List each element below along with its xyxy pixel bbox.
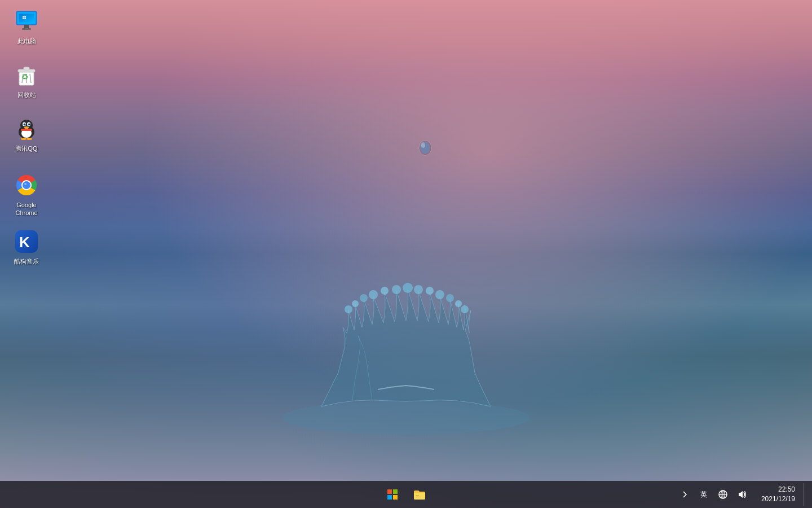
tray-icons: 英: [676, 485, 751, 503]
taskbar-center: [380, 482, 432, 507]
desktop-icon-recycle[interactable]: ♻ 回收站: [6, 59, 47, 101]
svg-point-11: [446, 294, 454, 302]
svg-point-43: [27, 138, 32, 140]
qq-icon-label: 腾讯QQ: [15, 144, 37, 152]
recycle-bin-icon: ♻: [13, 62, 40, 89]
svg-point-47: [24, 183, 27, 185]
taskbar: 英: [0, 481, 812, 508]
svg-rect-44: [21, 129, 32, 131]
system-clock[interactable]: 22:50 2021/12/19: [757, 483, 800, 506]
svg-point-5: [381, 287, 389, 295]
svg-point-40: [29, 124, 30, 125]
kugou-icon-label: 酷狗音乐: [14, 257, 39, 265]
computer-icon: [13, 8, 40, 35]
svg-point-2: [352, 300, 359, 307]
svg-point-0: [282, 401, 530, 435]
svg-rect-55: [416, 495, 419, 496]
chrome-icon-label: Google Chrome: [8, 201, 45, 217]
show-hidden-icons-button[interactable]: [676, 485, 694, 503]
svg-point-46: [23, 181, 30, 189]
clock-date: 2021/12/19: [761, 494, 795, 504]
computer-icon-label: 此电脑: [17, 37, 36, 45]
clock-time: 22:50: [778, 485, 795, 494]
desktop: 此电脑 ♻ 回收站: [0, 0, 812, 508]
svg-rect-19: [24, 25, 29, 28]
svg-point-3: [360, 294, 368, 302]
svg-rect-53: [387, 495, 392, 500]
svg-point-13: [461, 305, 469, 313]
svg-rect-54: [393, 495, 398, 500]
show-desktop-button[interactable]: [803, 483, 807, 506]
file-explorer-taskbar-button[interactable]: [407, 482, 432, 507]
svg-rect-20: [22, 28, 31, 30]
svg-rect-52: [393, 489, 398, 494]
svg-point-12: [455, 300, 462, 307]
recycle-icon-label: 回收站: [17, 91, 36, 99]
svg-rect-21: [19, 14, 34, 23]
svg-point-42: [21, 138, 27, 140]
svg-point-6: [392, 285, 401, 294]
svg-point-8: [414, 285, 423, 294]
desktop-icon-kugou[interactable]: K 酷狗音乐: [6, 226, 47, 268]
svg-point-4: [369, 290, 378, 299]
taskbar-right: 英: [676, 483, 807, 506]
desktop-icon-chrome[interactable]: Google Chrome: [6, 169, 47, 220]
svg-rect-51: [387, 489, 392, 494]
svg-point-41: [24, 126, 29, 129]
volume-icon[interactable]: [733, 485, 751, 503]
svg-text:♻: ♻: [21, 72, 29, 81]
desktop-icon-qq[interactable]: 腾讯QQ: [6, 113, 47, 155]
qq-icon: [13, 115, 40, 142]
svg-point-10: [435, 290, 444, 299]
chrome-icon: [13, 172, 40, 199]
svg-point-7: [403, 283, 413, 293]
svg-rect-27: [24, 67, 29, 70]
water-crown-decoration: [265, 226, 547, 440]
svg-point-9: [426, 287, 434, 295]
kugou-icon: K: [13, 228, 40, 255]
svg-point-1: [345, 305, 352, 313]
start-button[interactable]: [380, 482, 405, 507]
network-icon[interactable]: [714, 485, 732, 503]
water-drop-decoration: [418, 140, 432, 156]
desktop-icon-computer[interactable]: 此电脑: [6, 6, 47, 47]
svg-text:K: K: [19, 234, 30, 251]
language-indicator[interactable]: 英: [695, 485, 713, 503]
svg-point-39: [24, 124, 25, 125]
svg-rect-56: [416, 497, 421, 497]
